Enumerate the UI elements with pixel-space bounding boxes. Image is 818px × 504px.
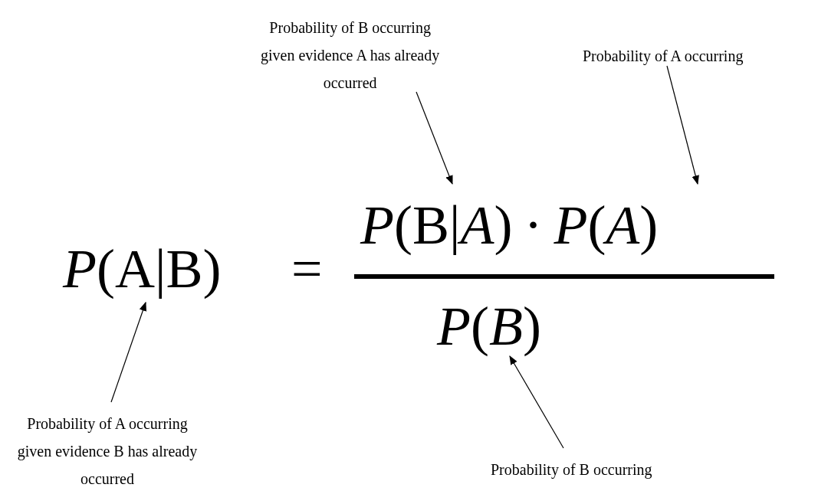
arrow-pb: [510, 356, 563, 448]
sym-open: (: [97, 238, 115, 299]
fraction-bar: [354, 274, 774, 279]
annotation-line: Probability of A occurring: [27, 415, 187, 432]
sym-P: P: [360, 195, 394, 256]
formula-numerator: P(B|A) · P(A): [360, 198, 658, 253]
sym-close: ): [523, 296, 541, 357]
formula-denominator: P(B): [437, 299, 541, 354]
sym-B: B: [412, 195, 449, 256]
annotation-line: given evidence A has already: [261, 47, 439, 64]
sym-close: ): [639, 195, 658, 256]
diagram-stage: P(A|B) = P(B|A) · P(A) P(B) Probability …: [0, 0, 818, 504]
sym-P: P: [63, 238, 97, 299]
sym-A: A: [460, 195, 494, 256]
annotation-pba: Probability of B occurring given evidenc…: [261, 14, 439, 97]
arrow-pab: [111, 303, 146, 402]
annotation-line: occurred: [80, 470, 134, 487]
sym-open: (: [587, 195, 606, 256]
sym-P: P: [437, 296, 471, 357]
sym-open: (: [394, 195, 412, 256]
formula-lhs: P(A|B): [63, 241, 221, 296]
sym-A: A: [115, 238, 155, 299]
annotation-pa: Probability of A occurring: [583, 42, 743, 70]
formula-equals: =: [291, 241, 323, 296]
annotation-pb: Probability of B occurring: [491, 456, 652, 483]
sym-bar: |: [449, 195, 460, 256]
arrow-pba: [416, 92, 452, 184]
annotation-line: Probability of B occurring: [269, 19, 431, 36]
annotation-pab: Probability of A occurring given evidenc…: [0, 410, 215, 493]
annotation-line: occurred: [324, 74, 377, 91]
sym-A: A: [606, 195, 639, 256]
sym-close: ): [494, 195, 512, 256]
annotation-line: given evidence B has already: [18, 443, 197, 460]
sym-bar: |: [155, 238, 166, 299]
sym-B: B: [166, 238, 202, 299]
sym-dot: ·: [512, 195, 554, 256]
arrow-pa: [667, 66, 698, 184]
sym-close: ): [202, 238, 221, 299]
sym-open: (: [471, 296, 489, 357]
sym-P: P: [554, 195, 587, 256]
sym-B: B: [489, 296, 523, 357]
